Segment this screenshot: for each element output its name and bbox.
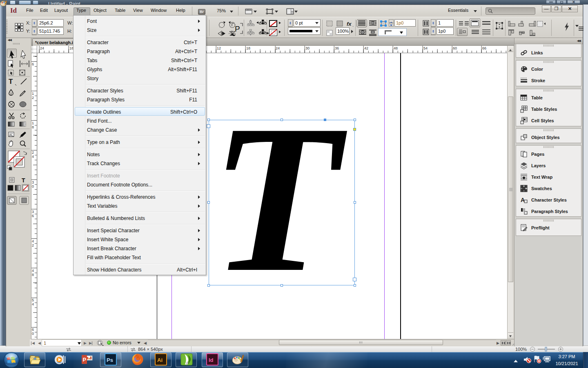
svg-text:T: T <box>9 78 13 85</box>
svg-text:Ps: Ps <box>107 357 113 363</box>
svg-text:fx: fx <box>347 21 352 27</box>
svg-text:.: . <box>352 22 354 27</box>
svg-text:P: P <box>83 357 87 363</box>
svg-text:P: P <box>235 25 240 33</box>
svg-text:Ai: Ai <box>157 357 163 363</box>
svg-text:T: T <box>22 177 25 184</box>
svg-text:Id: Id <box>209 357 214 363</box>
